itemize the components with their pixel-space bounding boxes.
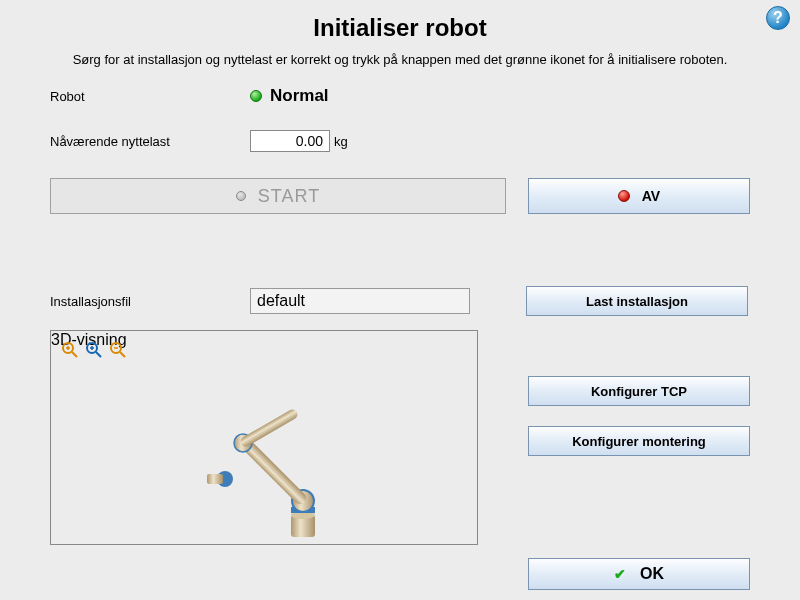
robot-3d-view <box>181 391 351 541</box>
zoom-reset-icon[interactable] <box>85 341 103 359</box>
load-installation-button[interactable]: Last installasjon <box>526 286 748 316</box>
robot-status-text: Normal <box>270 86 329 106</box>
svg-line-9 <box>120 352 125 357</box>
start-button-label: START <box>258 186 320 207</box>
load-installation-label: Last installasjon <box>586 294 688 309</box>
svg-line-1 <box>72 352 77 357</box>
start-led-icon <box>236 191 246 201</box>
svg-line-5 <box>96 352 101 357</box>
config-tcp-button[interactable]: Konfigurer TCP <box>528 376 750 406</box>
zoom-out-icon[interactable] <box>109 341 127 359</box>
payload-unit: kg <box>334 134 348 149</box>
help-icon-glyph: ? <box>773 9 783 27</box>
check-icon: ✔ <box>614 566 626 582</box>
page-title: Initialiser robot <box>0 0 800 42</box>
off-button[interactable]: AV <box>528 178 750 214</box>
off-button-label: AV <box>642 188 660 204</box>
off-led-icon <box>618 190 630 202</box>
page-subtitle: Sørg for at installasjon og nyttelast er… <box>0 52 800 67</box>
svg-rect-15 <box>241 439 309 507</box>
installation-file-input <box>250 288 470 314</box>
robot-status-led-icon <box>250 90 262 102</box>
start-button: START <box>50 178 506 214</box>
ok-button-label: OK <box>640 565 664 583</box>
zoom-in-icon[interactable] <box>61 341 79 359</box>
payload-label: Nåværende nyttelast <box>50 134 250 149</box>
robot-label: Robot <box>50 89 250 104</box>
config-tcp-label: Konfigurer TCP <box>591 384 687 399</box>
config-mounting-button[interactable]: Konfigurer montering <box>528 426 750 456</box>
view3d-panel: 3D-visning <box>50 330 478 545</box>
config-mounting-label: Konfigurer montering <box>572 434 706 449</box>
payload-input[interactable] <box>250 130 330 152</box>
svg-rect-17 <box>239 408 299 449</box>
help-icon[interactable]: ? <box>766 6 790 30</box>
installation-label: Installasjonsfil <box>50 294 250 309</box>
svg-rect-19 <box>207 474 223 484</box>
ok-button[interactable]: ✔ OK <box>528 558 750 590</box>
